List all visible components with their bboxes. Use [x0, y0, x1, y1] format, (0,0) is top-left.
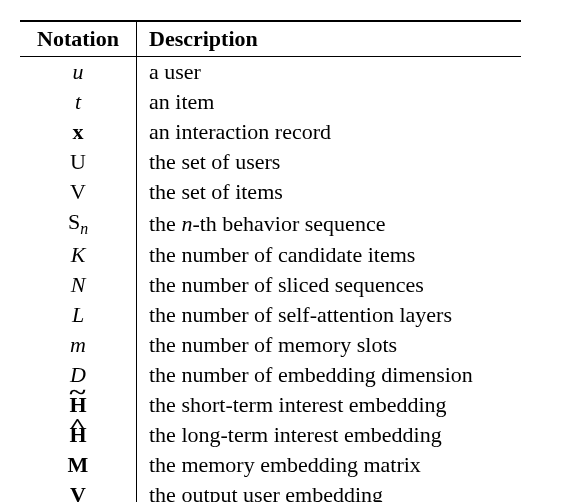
table-row: Dthe number of embedding dimension: [20, 360, 521, 390]
description-cell: a user: [137, 57, 522, 88]
notation-cell: V: [20, 177, 137, 207]
description-cell: an interaction record: [137, 117, 522, 147]
description-cell: the number of candidate items: [137, 240, 522, 270]
description-cell: the number of embedding dimension: [137, 360, 522, 390]
notation-cell: V: [20, 480, 137, 502]
description-cell: the output user embedding: [137, 480, 522, 502]
table-row: ua user: [20, 57, 521, 88]
notation-cell: K: [20, 240, 137, 270]
table-row: Hthe long-term interest embedding: [20, 420, 521, 450]
notation-cell: M: [20, 450, 137, 480]
table-row: Vthe set of items: [20, 177, 521, 207]
notation-cell: u: [20, 57, 137, 88]
notation-cell: U: [20, 147, 137, 177]
description-cell: the long-term interest embedding: [137, 420, 522, 450]
notation-cell: x: [20, 117, 137, 147]
table-row: tan item: [20, 87, 521, 117]
notation-cell: N: [20, 270, 137, 300]
table-body: ua usertan itemxan interaction recordUth…: [20, 57, 521, 503]
description-cell: the n-th behavior sequence: [137, 207, 522, 240]
description-cell: the memory embedding matrix: [137, 450, 522, 480]
description-cell: the number of sliced sequences: [137, 270, 522, 300]
notation-cell: H: [20, 420, 137, 450]
notation-cell: m: [20, 330, 137, 360]
table-row: Mthe memory embedding matrix: [20, 450, 521, 480]
table-header-row: Notation Description: [20, 21, 521, 57]
table-row: Hthe short-term interest embedding: [20, 390, 521, 420]
description-cell: the number of memory slots: [137, 330, 522, 360]
notation-table: Notation Description ua usertan itemxan …: [20, 20, 521, 502]
table-row: Kthe number of candidate items: [20, 240, 521, 270]
table-row: Lthe number of self-attention layers: [20, 300, 521, 330]
header-notation: Notation: [20, 21, 137, 57]
table-row: xan interaction record: [20, 117, 521, 147]
table-row: Uthe set of users: [20, 147, 521, 177]
notation-cell: L: [20, 300, 137, 330]
table-row: Snthe n-th behavior sequence: [20, 207, 521, 240]
header-description: Description: [137, 21, 522, 57]
description-cell: the number of self-attention layers: [137, 300, 522, 330]
table-row: mthe number of memory slots: [20, 330, 521, 360]
notation-cell: Sn: [20, 207, 137, 240]
description-cell: the set of items: [137, 177, 522, 207]
table-row: Vthe output user embedding: [20, 480, 521, 502]
description-cell: the set of users: [137, 147, 522, 177]
description-cell: the short-term interest embedding: [137, 390, 522, 420]
notation-cell: t: [20, 87, 137, 117]
table-row: Nthe number of sliced sequences: [20, 270, 521, 300]
description-cell: an item: [137, 87, 522, 117]
